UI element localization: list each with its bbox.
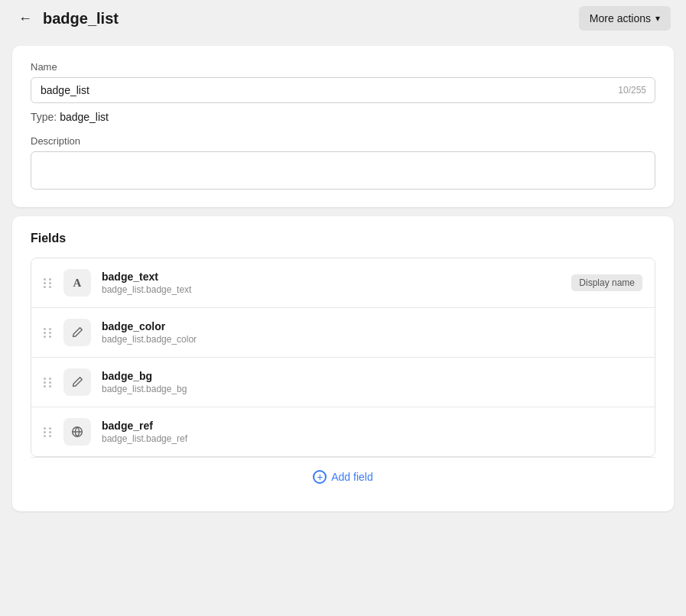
field-info: badge_color badge_list.badge_color <box>102 320 642 345</box>
field-path: badge_list.badge_text <box>102 284 561 295</box>
field-type-icon: A <box>63 269 91 297</box>
fields-section-title: Fields <box>31 232 655 245</box>
field-badge: Display name <box>571 274 642 291</box>
name-input-wrapper: 10/255 <box>31 77 655 103</box>
add-field-label: Add field <box>331 471 372 483</box>
chevron-down-icon: ▾ <box>655 13 660 24</box>
main-content: Name 10/255 Type: badge_list Description… <box>0 37 686 520</box>
table-row: A badge_text badge_list.badge_text Displ… <box>31 258 655 308</box>
field-name: badge_color <box>102 320 642 332</box>
info-card: Name 10/255 Type: badge_list Description <box>12 46 674 207</box>
field-type-icon <box>63 368 91 396</box>
more-actions-label: More actions <box>590 12 651 24</box>
field-path: badge_list.badge_color <box>102 334 642 345</box>
field-path: badge_list.badge_bg <box>102 384 642 394</box>
description-label: Description <box>31 135 655 147</box>
drag-handle-icon[interactable] <box>44 278 53 288</box>
add-icon: + <box>313 470 327 484</box>
type-value: badge_list <box>60 111 109 123</box>
description-input[interactable] <box>31 151 655 190</box>
char-count: 10/255 <box>618 85 646 96</box>
header-left: ← badge_list <box>15 9 119 28</box>
globe-icon <box>70 425 84 439</box>
field-info: badge_ref badge_list.badge_ref <box>102 420 642 444</box>
field-path: badge_list.badge_ref <box>102 433 642 444</box>
field-name: badge_ref <box>102 420 642 432</box>
table-row: badge_color badge_list.badge_color <box>31 308 655 358</box>
fields-card: Fields A badge_text badge_list.badge_tex… <box>12 216 674 511</box>
name-label: Name <box>31 61 655 73</box>
type-row: Type: badge_list <box>31 111 655 123</box>
field-name: badge_text <box>102 271 561 283</box>
field-type-icon <box>63 418 91 446</box>
link-icon <box>70 375 84 389</box>
back-icon: ← <box>18 11 32 27</box>
back-button[interactable]: ← <box>15 9 35 28</box>
field-type-icon <box>63 319 91 346</box>
type-label: Type: <box>31 111 57 123</box>
fields-list: A badge_text badge_list.badge_text Displ… <box>31 258 655 457</box>
field-info: badge_bg badge_list.badge_bg <box>102 370 642 394</box>
drag-handle-icon[interactable] <box>44 427 53 437</box>
field-info: badge_text badge_list.badge_text <box>102 271 561 295</box>
page-title: badge_list <box>43 10 119 28</box>
field-name: badge_bg <box>102 370 642 382</box>
name-input[interactable] <box>31 77 655 103</box>
more-actions-button[interactable]: More actions ▾ <box>579 6 671 31</box>
table-row: badge_bg badge_list.badge_bg <box>31 358 655 407</box>
edit-icon <box>70 326 84 339</box>
text-icon: A <box>73 277 82 290</box>
drag-handle-icon[interactable] <box>44 378 53 387</box>
drag-handle-icon[interactable] <box>44 328 53 338</box>
header: ← badge_list More actions ▾ <box>0 0 686 37</box>
add-field-button[interactable]: + Add field <box>313 470 372 484</box>
table-row: badge_ref badge_list.badge_ref <box>31 407 655 456</box>
add-field-row: + Add field <box>31 457 655 496</box>
